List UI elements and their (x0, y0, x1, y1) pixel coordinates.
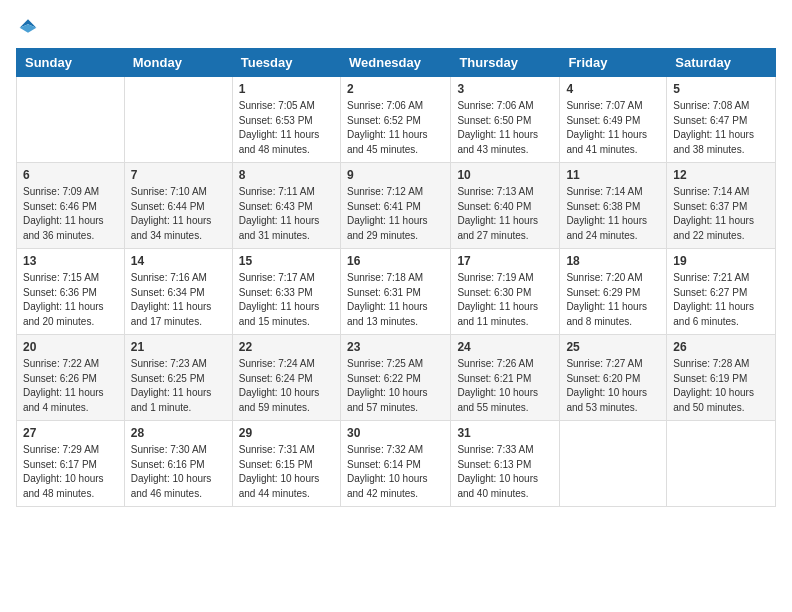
day-number: 23 (347, 340, 444, 354)
day-number: 29 (239, 426, 334, 440)
day-number: 26 (673, 340, 769, 354)
calendar-cell (667, 421, 776, 507)
calendar-cell: 27Sunrise: 7:29 AM Sunset: 6:17 PM Dayli… (17, 421, 125, 507)
day-info: Sunrise: 7:27 AM Sunset: 6:20 PM Dayligh… (566, 357, 660, 415)
day-info: Sunrise: 7:10 AM Sunset: 6:44 PM Dayligh… (131, 185, 226, 243)
day-number: 5 (673, 82, 769, 96)
calendar-cell: 5Sunrise: 7:08 AM Sunset: 6:47 PM Daylig… (667, 77, 776, 163)
day-number: 15 (239, 254, 334, 268)
calendar-cell (17, 77, 125, 163)
calendar-week-row: 27Sunrise: 7:29 AM Sunset: 6:17 PM Dayli… (17, 421, 776, 507)
calendar-cell: 8Sunrise: 7:11 AM Sunset: 6:43 PM Daylig… (232, 163, 340, 249)
calendar-day-header: Friday (560, 49, 667, 77)
day-info: Sunrise: 7:16 AM Sunset: 6:34 PM Dayligh… (131, 271, 226, 329)
day-info: Sunrise: 7:22 AM Sunset: 6:26 PM Dayligh… (23, 357, 118, 415)
calendar-body: 1Sunrise: 7:05 AM Sunset: 6:53 PM Daylig… (17, 77, 776, 507)
day-number: 19 (673, 254, 769, 268)
day-info: Sunrise: 7:23 AM Sunset: 6:25 PM Dayligh… (131, 357, 226, 415)
calendar-cell: 2Sunrise: 7:06 AM Sunset: 6:52 PM Daylig… (340, 77, 450, 163)
calendar-cell: 12Sunrise: 7:14 AM Sunset: 6:37 PM Dayli… (667, 163, 776, 249)
calendar-cell: 20Sunrise: 7:22 AM Sunset: 6:26 PM Dayli… (17, 335, 125, 421)
day-number: 18 (566, 254, 660, 268)
day-number: 16 (347, 254, 444, 268)
day-number: 1 (239, 82, 334, 96)
calendar-cell: 16Sunrise: 7:18 AM Sunset: 6:31 PM Dayli… (340, 249, 450, 335)
day-number: 10 (457, 168, 553, 182)
day-number: 11 (566, 168, 660, 182)
calendar-day-header: Thursday (451, 49, 560, 77)
day-info: Sunrise: 7:26 AM Sunset: 6:21 PM Dayligh… (457, 357, 553, 415)
day-number: 6 (23, 168, 118, 182)
calendar-cell (124, 77, 232, 163)
day-info: Sunrise: 7:30 AM Sunset: 6:16 PM Dayligh… (131, 443, 226, 501)
calendar-cell: 22Sunrise: 7:24 AM Sunset: 6:24 PM Dayli… (232, 335, 340, 421)
day-info: Sunrise: 7:24 AM Sunset: 6:24 PM Dayligh… (239, 357, 334, 415)
day-info: Sunrise: 7:17 AM Sunset: 6:33 PM Dayligh… (239, 271, 334, 329)
logo (16, 16, 38, 36)
calendar-cell: 25Sunrise: 7:27 AM Sunset: 6:20 PM Dayli… (560, 335, 667, 421)
calendar-week-row: 6Sunrise: 7:09 AM Sunset: 6:46 PM Daylig… (17, 163, 776, 249)
calendar-cell: 26Sunrise: 7:28 AM Sunset: 6:19 PM Dayli… (667, 335, 776, 421)
calendar-cell (560, 421, 667, 507)
calendar-cell: 17Sunrise: 7:19 AM Sunset: 6:30 PM Dayli… (451, 249, 560, 335)
day-number: 9 (347, 168, 444, 182)
page-header (16, 16, 776, 36)
calendar-cell: 28Sunrise: 7:30 AM Sunset: 6:16 PM Dayli… (124, 421, 232, 507)
day-number: 24 (457, 340, 553, 354)
calendar-cell: 6Sunrise: 7:09 AM Sunset: 6:46 PM Daylig… (17, 163, 125, 249)
calendar-header-row: SundayMondayTuesdayWednesdayThursdayFrid… (17, 49, 776, 77)
calendar-cell: 1Sunrise: 7:05 AM Sunset: 6:53 PM Daylig… (232, 77, 340, 163)
day-number: 13 (23, 254, 118, 268)
calendar-cell: 24Sunrise: 7:26 AM Sunset: 6:21 PM Dayli… (451, 335, 560, 421)
calendar-day-header: Sunday (17, 49, 125, 77)
day-number: 31 (457, 426, 553, 440)
day-info: Sunrise: 7:25 AM Sunset: 6:22 PM Dayligh… (347, 357, 444, 415)
day-number: 30 (347, 426, 444, 440)
calendar-cell: 14Sunrise: 7:16 AM Sunset: 6:34 PM Dayli… (124, 249, 232, 335)
day-info: Sunrise: 7:07 AM Sunset: 6:49 PM Dayligh… (566, 99, 660, 157)
calendar-cell: 9Sunrise: 7:12 AM Sunset: 6:41 PM Daylig… (340, 163, 450, 249)
day-number: 4 (566, 82, 660, 96)
day-info: Sunrise: 7:06 AM Sunset: 6:50 PM Dayligh… (457, 99, 553, 157)
day-info: Sunrise: 7:06 AM Sunset: 6:52 PM Dayligh… (347, 99, 444, 157)
calendar-cell: 18Sunrise: 7:20 AM Sunset: 6:29 PM Dayli… (560, 249, 667, 335)
day-number: 2 (347, 82, 444, 96)
calendar-day-header: Wednesday (340, 49, 450, 77)
day-info: Sunrise: 7:15 AM Sunset: 6:36 PM Dayligh… (23, 271, 118, 329)
calendar-cell: 10Sunrise: 7:13 AM Sunset: 6:40 PM Dayli… (451, 163, 560, 249)
day-info: Sunrise: 7:33 AM Sunset: 6:13 PM Dayligh… (457, 443, 553, 501)
logo-icon (18, 16, 38, 36)
calendar-cell: 11Sunrise: 7:14 AM Sunset: 6:38 PM Dayli… (560, 163, 667, 249)
day-info: Sunrise: 7:14 AM Sunset: 6:38 PM Dayligh… (566, 185, 660, 243)
day-info: Sunrise: 7:29 AM Sunset: 6:17 PM Dayligh… (23, 443, 118, 501)
calendar-cell: 29Sunrise: 7:31 AM Sunset: 6:15 PM Dayli… (232, 421, 340, 507)
day-number: 20 (23, 340, 118, 354)
day-number: 12 (673, 168, 769, 182)
day-number: 27 (23, 426, 118, 440)
calendar-cell: 30Sunrise: 7:32 AM Sunset: 6:14 PM Dayli… (340, 421, 450, 507)
day-number: 21 (131, 340, 226, 354)
calendar-week-row: 1Sunrise: 7:05 AM Sunset: 6:53 PM Daylig… (17, 77, 776, 163)
calendar-week-row: 20Sunrise: 7:22 AM Sunset: 6:26 PM Dayli… (17, 335, 776, 421)
calendar-cell: 19Sunrise: 7:21 AM Sunset: 6:27 PM Dayli… (667, 249, 776, 335)
calendar-table: SundayMondayTuesdayWednesdayThursdayFrid… (16, 48, 776, 507)
calendar-cell: 23Sunrise: 7:25 AM Sunset: 6:22 PM Dayli… (340, 335, 450, 421)
day-info: Sunrise: 7:08 AM Sunset: 6:47 PM Dayligh… (673, 99, 769, 157)
day-info: Sunrise: 7:13 AM Sunset: 6:40 PM Dayligh… (457, 185, 553, 243)
day-info: Sunrise: 7:05 AM Sunset: 6:53 PM Dayligh… (239, 99, 334, 157)
day-info: Sunrise: 7:19 AM Sunset: 6:30 PM Dayligh… (457, 271, 553, 329)
day-number: 25 (566, 340, 660, 354)
day-number: 28 (131, 426, 226, 440)
day-number: 8 (239, 168, 334, 182)
day-info: Sunrise: 7:14 AM Sunset: 6:37 PM Dayligh… (673, 185, 769, 243)
day-info: Sunrise: 7:21 AM Sunset: 6:27 PM Dayligh… (673, 271, 769, 329)
day-number: 14 (131, 254, 226, 268)
day-number: 3 (457, 82, 553, 96)
day-info: Sunrise: 7:32 AM Sunset: 6:14 PM Dayligh… (347, 443, 444, 501)
calendar-cell: 3Sunrise: 7:06 AM Sunset: 6:50 PM Daylig… (451, 77, 560, 163)
day-info: Sunrise: 7:20 AM Sunset: 6:29 PM Dayligh… (566, 271, 660, 329)
calendar-cell: 7Sunrise: 7:10 AM Sunset: 6:44 PM Daylig… (124, 163, 232, 249)
day-number: 17 (457, 254, 553, 268)
calendar-day-header: Monday (124, 49, 232, 77)
calendar-week-row: 13Sunrise: 7:15 AM Sunset: 6:36 PM Dayli… (17, 249, 776, 335)
